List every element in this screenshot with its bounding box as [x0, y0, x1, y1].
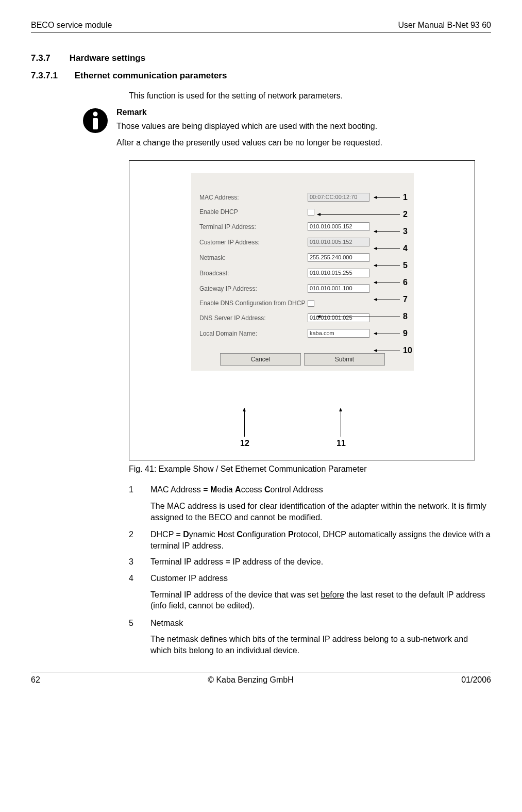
remark-line2: After a change the presently used values… [116, 137, 382, 148]
list-item-number: 3 [129, 556, 150, 568]
callout-number: 11 [336, 439, 346, 448]
list-item: 5Netmask [129, 618, 491, 629]
list-item-title: Netmask [150, 618, 491, 629]
callout-number: 9 [403, 329, 408, 338]
remark-title: Remark [116, 107, 382, 118]
page-footer: 62 © Kaba Benzing GmbH 01/2006 [31, 675, 491, 685]
form-label: Netmask: [199, 254, 308, 261]
list-item-number: 2 [129, 529, 150, 551]
checkbox[interactable] [308, 300, 314, 307]
figure-frame: MAC Address:00:07:CC:00:12:70Enable DHCP… [129, 160, 475, 460]
figure-container: MAC Address:00:07:CC:00:12:70Enable DHCP… [129, 160, 491, 474]
remark-block: Remark Those values are being displayed … [82, 107, 491, 154]
svg-point-1 [93, 111, 98, 116]
settings-dialog: MAC Address:00:07:CC:00:12:70Enable DHCP… [191, 173, 414, 371]
callout-number: 12 [240, 439, 249, 448]
list-item: 2DHCP = Dynamic Host Configuration Proto… [129, 529, 491, 551]
callout-number: 5 [403, 261, 408, 270]
footer-rule [31, 672, 491, 672]
text-input[interactable]: kaba.com [308, 329, 369, 338]
list-item-description: The MAC address is used for clear identi… [150, 501, 491, 523]
list-item-number: 4 [129, 573, 150, 584]
footer-date: 01/2006 [461, 675, 491, 685]
list-item: 3Terminal IP address = IP address of the… [129, 556, 491, 568]
svg-rect-2 [93, 118, 98, 129]
form-label: Gateway IP Address: [199, 285, 308, 292]
callout-number: 3 [403, 227, 408, 236]
callout-1: 1 [374, 193, 408, 202]
form-label: Enable DHCP [199, 208, 308, 216]
header-right: User Manual B-Net 93 60 [398, 21, 491, 30]
footer-page: 62 [31, 675, 40, 685]
form-label: Enable DNS Configuration from DHCP [199, 300, 308, 307]
callout-8: 8 [317, 312, 408, 321]
list-item-description: Terminal IP address of the device that w… [150, 589, 491, 611]
form-label: DNS Server IP Address: [199, 314, 308, 322]
text-input: 00:07:CC:00:12:70 [308, 193, 369, 202]
callout-number: 4 [403, 244, 408, 253]
list-item-title: MAC Address = Media Access Control Addre… [150, 484, 491, 495]
callout-2: 2 [317, 210, 408, 219]
callout-9: 9 [374, 329, 408, 338]
list-item-description: The netmask defines which bits of the te… [150, 634, 491, 656]
callout-3: 3 [374, 227, 408, 236]
text-input[interactable]: 255.255.240.000 [308, 253, 369, 262]
cancel-button[interactable]: Cancel [220, 353, 301, 366]
info-icon [82, 108, 108, 154]
page-header: BECO service module User Manual B-Net 93… [31, 21, 491, 30]
figure-caption: Fig. 41: Example Show / Set Ethernet Com… [129, 465, 491, 474]
callout-12: 12 [240, 408, 249, 448]
form-label: MAC Address: [199, 194, 308, 201]
list-item-number: 1 [129, 484, 150, 495]
callout-7: 7 [374, 295, 408, 304]
text-input[interactable]: 010.010.001.100 [308, 284, 369, 293]
subsection-heading: 7.3.7.1 Ethernet communication parameter… [31, 71, 491, 81]
footer-copyright: © Kaba Benzing GmbH [208, 675, 294, 685]
subsection-number: 7.3.7.1 [31, 71, 72, 81]
form-label: Terminal IP Address: [199, 223, 308, 230]
remark-line1: Those values are being displayed which a… [116, 121, 382, 132]
header-left: BECO service module [31, 21, 112, 30]
list-item: 1MAC Address = Media Access Control Addr… [129, 484, 491, 495]
section-heading: 7.3.7 Hardware settings [31, 53, 491, 63]
submit-button[interactable]: Submit [304, 353, 385, 366]
checkbox[interactable] [308, 209, 314, 216]
list-item-number: 5 [129, 618, 150, 629]
list-item-title: Terminal IP address = IP address of the … [150, 556, 491, 568]
text-input[interactable]: 010.010.015.255 [308, 269, 369, 277]
header-rule [31, 32, 491, 32]
text-input[interactable]: 010.010.005.152 [308, 222, 369, 231]
form-label: Local Domain Name: [199, 330, 308, 337]
intro-text: This function is used for the setting of… [129, 90, 491, 102]
callout-4: 4 [374, 244, 408, 253]
section-number: 7.3.7 [31, 53, 67, 63]
list-item: 4Customer IP address [129, 573, 491, 584]
callout-number: 8 [403, 312, 408, 321]
text-input: 010.010.005.152 [308, 238, 369, 246]
callout-number: 1 [403, 193, 408, 202]
callout-number: 10 [403, 346, 412, 355]
list-item-title: DHCP = Dynamic Host Configuration Protoc… [150, 529, 491, 551]
section-title: Hardware settings [70, 53, 145, 63]
form-label: Broadcast: [199, 270, 308, 277]
subsection-title: Ethernet communication parameters [75, 71, 227, 80]
callout-6: 6 [374, 278, 408, 287]
form-label: Customer IP Address: [199, 239, 308, 246]
callout-number: 7 [403, 295, 408, 304]
callout-number: 6 [403, 278, 408, 287]
list-item-title: Customer IP address [150, 573, 491, 584]
definition-list: 1MAC Address = Media Access Control Addr… [129, 484, 491, 656]
callout-10: 10 [374, 346, 412, 355]
callout-number: 2 [403, 210, 408, 219]
callout-5: 5 [374, 261, 408, 270]
callout-11: 11 [336, 408, 346, 448]
